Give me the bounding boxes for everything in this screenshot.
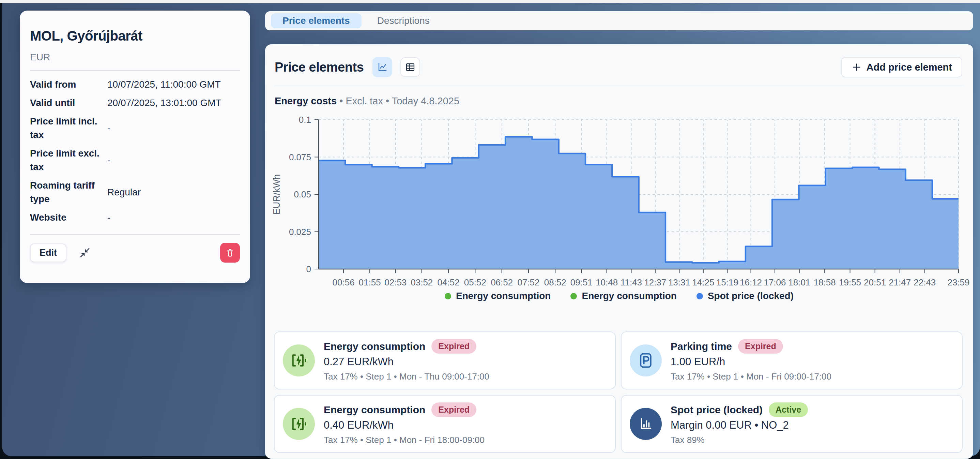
tariff-row: Website- [30,211,240,225]
tab-bar: Price elementsDescriptions [265,11,973,30]
tariff-title: MOL, Győrújbarát [30,28,240,44]
price-element-meta: Tax 17% • Step 1 • Mon - Thu 09:00-17:00 [324,371,489,382]
svg-text:18:58: 18:58 [814,277,836,287]
svg-text:0.05: 0.05 [294,189,311,199]
price-element-card[interactable]: Parking time Expired 1.00 EUR/h Tax 17% … [621,332,963,389]
legend-item: Spot price (locked) [697,290,794,301]
svg-text:07:52: 07:52 [517,277,539,287]
parking-icon [630,344,662,376]
trash-icon [224,247,235,258]
legend-label: Energy consumption [582,290,676,301]
price-element-meta: Tax 17% • Step 1 • Mon - Fri 18:00-09:00 [324,435,485,445]
tariff-row-label: Price limit excl. tax [30,147,107,174]
tariff-row: Valid until20/07/2025, 13:01:00 GMT [30,96,240,110]
tariff-row-value: Regular [107,185,141,199]
tariff-row: Price limit incl. tax- [30,115,240,142]
price-element-card[interactable]: Spot price (locked) Active Margin 0.00 E… [621,395,963,453]
edit-button[interactable]: Edit [30,244,67,262]
svg-text:0.1: 0.1 [299,115,311,125]
price-element-meta: Tax 17% • Step 1 • Mon - Fri 09:00-17:00 [671,371,831,382]
svg-text:00:56: 00:56 [332,277,355,287]
tariff-details-card: MOL, Győrújbarát EUR Valid from10/07/202… [20,11,250,283]
divider [30,70,240,71]
tariff-row-label: Roaming tariff type [30,178,107,206]
tariff-row-value: - [107,121,110,135]
svg-text:0.025: 0.025 [289,227,311,237]
svg-text:21:47: 21:47 [889,277,911,287]
svg-text:05:52: 05:52 [464,277,486,287]
tariff-row-value: 10/07/2025, 11:00:00 GMT [107,78,221,91]
tariff-row-label: Website [30,211,107,225]
tariff-row-label: Valid until [30,96,107,110]
svg-text:13:31: 13:31 [668,277,690,287]
app-window: MOL, Győrújbarát EUR Valid from10/07/202… [2,3,980,456]
price-element-title: Spot price (locked) [671,404,763,416]
svg-text:15:19: 15:19 [716,277,738,287]
delete-button[interactable] [220,243,240,263]
price-element-price: 0.40 EUR/kWh [324,419,485,431]
svg-text:16:12: 16:12 [740,277,762,287]
svg-text:04:52: 04:52 [438,277,460,287]
svg-text:10:48: 10:48 [596,277,618,287]
tariff-row-value: 20/07/2025, 13:01:00 GMT [107,96,221,110]
svg-text:12:37: 12:37 [644,277,666,287]
tariff-row: Valid from10/07/2025, 11:00:00 GMT [30,78,240,91]
energy-icon [283,344,315,376]
tariff-row-value: - [107,153,110,167]
tariff-currency: EUR [30,52,240,63]
svg-text:03:52: 03:52 [410,277,433,287]
price-element-price: Margin 0.00 EUR • NO_2 [671,419,808,431]
price-element-title: Parking time [671,341,732,352]
legend-item: Energy consumption [570,290,676,301]
status-badge: Expired [431,402,476,417]
spot-icon [630,408,662,440]
svg-text:20:51: 20:51 [864,277,886,287]
svg-text:09:51: 09:51 [570,277,593,287]
tab-price-elements[interactable]: Price elements [271,13,361,28]
svg-text:EUR/kWh: EUR/kWh [272,174,282,215]
price-element-card[interactable]: Energy consumption Expired 0.40 EUR/kWh … [274,395,616,453]
legend-label: Spot price (locked) [708,290,794,301]
energy-icon [283,408,315,440]
svg-text:23:59: 23:59 [947,277,969,287]
price-elements-panel: Price elements Add price element Energy … [265,44,973,459]
tariff-detail-rows: Valid from10/07/2025, 11:00:00 GMTValid … [30,78,240,225]
tariff-row: Roaming tariff typeRegular [30,178,240,206]
price-elements-grid: Energy consumption Expired 0.27 EUR/kWh … [274,332,963,453]
price-element-title: Energy consumption [324,341,425,352]
tariff-row-label: Valid from [30,78,107,91]
legend-dot [697,293,703,300]
tab-descriptions[interactable]: Descriptions [377,15,430,26]
svg-text:18:01: 18:01 [788,277,810,287]
collapse-icon[interactable] [79,247,91,259]
svg-text:08:52: 08:52 [544,277,566,287]
svg-text:14:25: 14:25 [692,277,714,287]
svg-text:02:53: 02:53 [384,277,407,287]
svg-text:0.075: 0.075 [289,152,311,162]
svg-text:17:06: 17:06 [764,277,786,287]
svg-text:06:52: 06:52 [491,277,513,287]
divider [30,234,240,234]
svg-text:19:55: 19:55 [839,277,861,287]
svg-text:0: 0 [306,264,311,274]
svg-text:11:43: 11:43 [620,277,642,287]
legend-label: Energy consumption [456,290,550,301]
price-element-price: 1.00 EUR/h [671,356,831,368]
price-element-title: Energy consumption [324,404,425,416]
tariff-row: Price limit excl. tax- [30,147,240,174]
price-element-price: 0.27 EUR/kWh [324,356,489,368]
tariff-row-value: - [107,211,110,225]
chart-legend: Energy consumptionEnergy consumptionSpot… [265,290,973,301]
status-badge: Expired [431,339,476,354]
top-edge-strip [0,0,980,3]
svg-text:01:55: 01:55 [359,277,381,287]
legend-dot [570,293,577,300]
price-element-meta: Tax 89% [671,435,808,445]
svg-text:22:43: 22:43 [913,277,936,287]
energy-costs-chart: 00.0250.050.0750.100:5601:5502:5303:5204… [265,44,973,331]
price-element-card[interactable]: Energy consumption Expired 0.27 EUR/kWh … [274,332,616,389]
legend-item: Energy consumption [445,290,550,301]
legend-dot [445,293,451,300]
tariff-row-label: Price limit incl. tax [30,115,107,142]
status-badge: Expired [738,339,783,354]
